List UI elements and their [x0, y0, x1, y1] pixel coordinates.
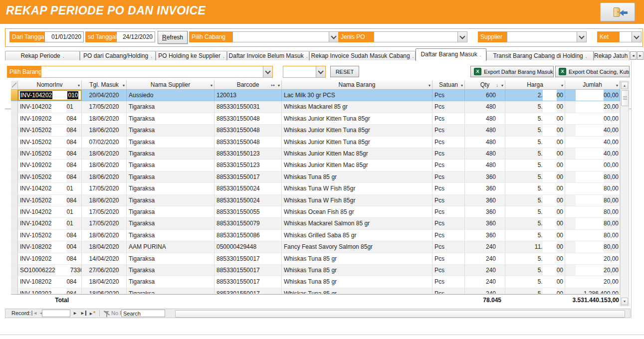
- cell-nama-barang[interactable]: Whiskas Junior Kitten Tuna 85gr: [282, 137, 432, 148]
- table-row[interactable]: INV-105202084 18/06/2020 Tigaraksa 88533…: [11, 171, 620, 183]
- cell-satuan[interactable]: Pcs: [432, 241, 465, 252]
- cell-nama-barang[interactable]: Whiskas Mackarel 85 gr: [282, 101, 432, 112]
- record-selector[interactable]: [11, 101, 18, 112]
- export-obat-cacing-kutu-vaksin-button[interactable]: X Export Obat Cacing, Kutu, Vaksin: [555, 66, 630, 77]
- table-row[interactable]: INV-109202084 18/06/2020 Tigaraksa 88533…: [11, 160, 620, 171]
- reset-button[interactable]: RESET: [330, 66, 359, 77]
- tab-po-dari-cabang-holding[interactable]: PO dari Cabang/Holding: [80, 51, 156, 60]
- cell-harga[interactable]: 5.00: [505, 160, 565, 170]
- cell-tgl-masuk[interactable]: 18/06/2020: [82, 288, 127, 294]
- record-selector[interactable]: [11, 171, 18, 182]
- record-number-input[interactable]: [42, 310, 70, 317]
- cell-harga[interactable]: 5.00: [505, 171, 565, 182]
- cell-jumlah[interactable]: 40,00: [565, 125, 620, 136]
- horizontal-scrollbar-thumb[interactable]: [175, 310, 625, 318]
- chevron-down-icon[interactable]: ▾: [78, 81, 80, 90]
- supplier-select[interactable]: [507, 31, 587, 42]
- cell-barcode[interactable]: 8853301550048: [215, 113, 282, 124]
- tab-daftar-invoice-belum-masuk[interactable]: Daftar Invoice Belum Masuk: [227, 51, 309, 60]
- column-header-barcode[interactable]: Barcode↦▾: [215, 81, 282, 90]
- record-selector[interactable]: [11, 137, 18, 148]
- column-header-nama-barang[interactable]: Nama Barang▾: [282, 81, 432, 90]
- cell-qty[interactable]: 480: [465, 113, 505, 124]
- cell-satuan[interactable]: Pcs: [432, 195, 465, 206]
- cell-satuan[interactable]: Pcs: [432, 90, 465, 101]
- chevron-down-icon[interactable]: ▾: [123, 81, 125, 90]
- cell-tgl-masuk[interactable]: 18/06/2020: [82, 160, 127, 170]
- cell-nomorinv[interactable]: INV-109202084: [18, 253, 82, 264]
- cell-satuan[interactable]: Pcs: [432, 160, 465, 170]
- cell-harga[interactable]: 5.00: [505, 183, 565, 194]
- cell-jumlah[interactable]: 80,00: [565, 171, 620, 182]
- record-selector[interactable]: [11, 288, 18, 294]
- tab-daftar-barang-masuk[interactable]: Daftar Barang Masuk: [416, 48, 486, 61]
- cell-tgl-masuk[interactable]: 18/06/2020: [82, 113, 127, 124]
- cell-nama-supplier[interactable]: Tigaraksa: [127, 276, 215, 287]
- last-record-button[interactable]: ►: [80, 309, 86, 318]
- table-row[interactable]: INV-105202084 18/06/2020 Tigaraksa 88533…: [11, 195, 620, 206]
- new-record-button[interactable]: ►*: [89, 309, 95, 318]
- cell-nomorinv[interactable]: INV-108202004: [18, 241, 82, 252]
- cell-nama-supplier[interactable]: Tigaraksa: [127, 183, 215, 194]
- cell-jumlah[interactable]: 40,00: [565, 137, 620, 148]
- cell-nama-barang[interactable]: Whiskas Tuna 85 gr: [282, 265, 432, 276]
- cell-nomorinv[interactable]: INV-105202084: [18, 137, 82, 148]
- scroll-down-button[interactable]: ▼: [621, 298, 628, 305]
- cell-satuan[interactable]: Pcs: [432, 148, 465, 159]
- record-selector[interactable]: [11, 230, 18, 241]
- cell-jumlah[interactable]: 80,00: [565, 206, 620, 217]
- cell-satuan[interactable]: Pcs: [432, 171, 465, 182]
- cell-harga[interactable]: 5.00: [505, 288, 565, 294]
- cell-tgl-masuk[interactable]: 17/05/2020: [82, 206, 127, 217]
- table-row[interactable]: INV-104202010 20/04/2020 Aussiedo 120013…: [11, 90, 620, 101]
- cell-tgl-masuk[interactable]: 17/05/2020: [82, 183, 127, 194]
- chevron-down-icon[interactable]: ▾: [429, 81, 430, 90]
- cell-jumlah[interactable]: 20,00: [565, 276, 620, 287]
- cell-nama-supplier[interactable]: Tigaraksa: [127, 113, 215, 124]
- chevron-down-icon[interactable]: ▾: [461, 81, 463, 90]
- jenis-po-select[interactable]: [374, 31, 467, 42]
- column-header-nama-supplier[interactable]: Nama Supplier▾: [127, 81, 215, 90]
- cell-qty[interactable]: 240: [465, 265, 505, 276]
- chevron-down-icon[interactable]: ▾: [501, 81, 503, 90]
- cell-barcode[interactable]: 8853301550017: [215, 265, 282, 276]
- chevron-down-icon[interactable]: ▾: [211, 81, 213, 90]
- cell-jumlah[interactable]: 40,00: [565, 148, 620, 159]
- cell-nomorinv[interactable]: INV-10420201: [18, 206, 82, 217]
- cell-jumlah[interactable]: 80,00: [565, 218, 620, 229]
- cell-tgl-masuk[interactable]: 18/06/2020: [82, 195, 127, 206]
- table-row[interactable]: INV-109202084 18/06/2020 Tigaraksa 88533…: [11, 113, 620, 125]
- cell-nama-barang[interactable]: Whiskas Tuna 85 gr: [282, 253, 432, 264]
- export-daftar-barang-masuk-button[interactable]: X Export Daftar Barang Masuk: [470, 66, 554, 77]
- table-row[interactable]: INV-10420201 17/05/2020 Tigaraksa 885330…: [11, 206, 620, 218]
- record-selector[interactable]: [11, 253, 18, 264]
- cell-jumlah[interactable]: 20,00: [565, 265, 620, 276]
- refresh-button[interactable]: Refresh: [158, 31, 188, 44]
- table-row[interactable]: INV-108202084 18/04/2020 Tigaraksa 88533…: [11, 276, 620, 288]
- cell-satuan[interactable]: Pcs: [432, 230, 465, 241]
- column-header-satuan[interactable]: Satuan▾: [432, 81, 465, 90]
- cell-harga[interactable]: 5.00: [505, 265, 565, 276]
- table-row[interactable]: INV-109202084 14/04/2020 Tigaraksa 88533…: [11, 253, 620, 265]
- tab-transit-barang-cabang-di-holding[interactable]: Transit Barang Cabang di Holding: [486, 51, 594, 60]
- cell-nama-supplier[interactable]: Aussiedo: [127, 90, 215, 101]
- cell-jumlah[interactable]: 20,00: [565, 101, 620, 112]
- cell-barcode[interactable]: 8853301550017: [215, 276, 282, 287]
- cell-barcode[interactable]: 8853301550123: [215, 148, 282, 159]
- tab-rekap-periode[interactable]: Rekap Periode: [5, 51, 80, 60]
- cell-qty[interactable]: 360: [465, 195, 505, 206]
- cell-barcode[interactable]: 8853301550055: [215, 206, 282, 217]
- cell-satuan[interactable]: Pcs: [432, 137, 465, 148]
- cell-nama-barang[interactable]: Whiskas Tuna 85 gr: [282, 288, 432, 294]
- cell-nama-supplier[interactable]: Tigaraksa: [127, 288, 215, 294]
- cell-qty[interactable]: 480: [465, 160, 505, 170]
- cell-nama-supplier[interactable]: Tigaraksa: [127, 160, 215, 170]
- cell-nomorinv[interactable]: INV-105202084: [18, 230, 82, 241]
- cell-nomorinv[interactable]: INV-109202084: [18, 113, 82, 124]
- cell-nomorinv[interactable]: INV-105202084: [18, 125, 82, 136]
- cell-qty[interactable]: 240: [465, 241, 505, 252]
- column-header-qty[interactable]: Qty↓▾: [465, 81, 505, 90]
- scrollbar-thumb[interactable]: [621, 90, 629, 106]
- cell-nomorinv[interactable]: INV-105202084: [18, 171, 82, 182]
- cell-nomorinv[interactable]: INV-108202084: [18, 276, 82, 287]
